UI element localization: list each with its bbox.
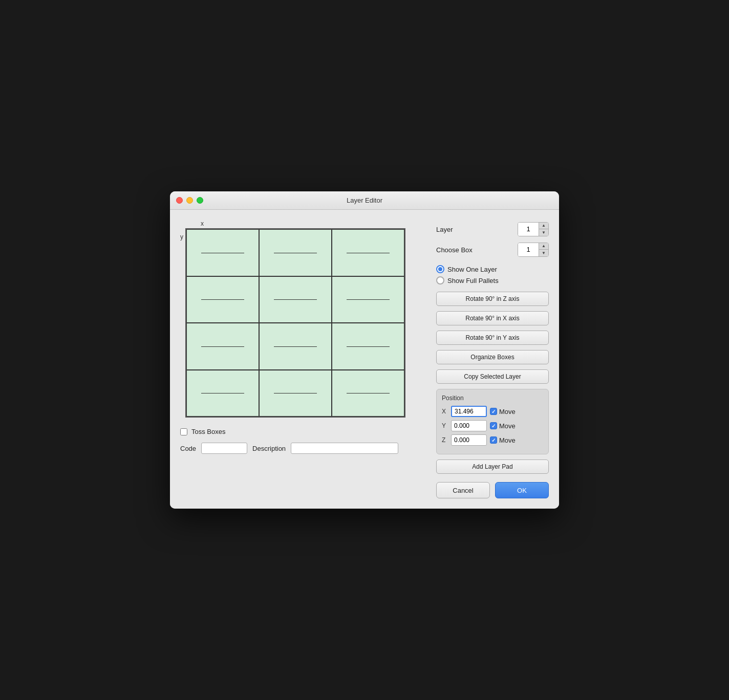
layer-label: Layer bbox=[436, 226, 453, 233]
choose-box-value: 1 bbox=[518, 243, 539, 256]
choose-box-increment[interactable]: ▲ bbox=[539, 243, 548, 250]
position-title: Position bbox=[442, 395, 543, 402]
pos-z-label: Z bbox=[442, 436, 448, 444]
grid-cell-3-0[interactable] bbox=[186, 370, 259, 417]
y-checkmark: ✓ bbox=[491, 423, 496, 429]
traffic-lights bbox=[176, 197, 203, 204]
toss-boxes-label[interactable]: Toss Boxes bbox=[191, 428, 225, 435]
show-one-layer-label[interactable]: Show One Layer bbox=[447, 266, 497, 273]
show-full-pallets-row[interactable]: Show Full Pallets bbox=[436, 276, 549, 285]
pos-x-input[interactable] bbox=[451, 406, 487, 417]
toss-boxes-row: Toss Boxes bbox=[180, 428, 426, 435]
choose-box-spinner[interactable]: 1 ▲ ▼ bbox=[518, 243, 549, 257]
right-panel: Layer 1 ▲ ▼ Choose Box 1 ▲ ▼ bbox=[436, 220, 549, 498]
choose-box-spinner-buttons: ▲ ▼ bbox=[539, 243, 548, 256]
rotate-z-button[interactable]: Rotate 90° in Z axis bbox=[436, 292, 549, 306]
z-move-label[interactable]: Move bbox=[499, 436, 516, 444]
x-axis-label: x bbox=[201, 220, 426, 227]
left-panel: x y bbox=[180, 220, 426, 498]
layer-increment[interactable]: ▲ bbox=[539, 223, 548, 229]
code-input[interactable] bbox=[201, 443, 247, 454]
grid-cell-3-2[interactable] bbox=[332, 370, 404, 417]
code-row: Code Description bbox=[180, 443, 426, 454]
window-title: Layer Editor bbox=[347, 196, 382, 204]
layer-editor-window: Layer Editor x y bbox=[170, 191, 559, 509]
main-content: x y bbox=[170, 210, 559, 509]
z-move-checkbox[interactable]: ✓ bbox=[490, 436, 497, 444]
ok-button[interactable]: OK bbox=[495, 482, 549, 498]
code-label: Code bbox=[180, 445, 196, 452]
position-x-row: X ✓ Move bbox=[442, 406, 543, 417]
choose-box-decrement[interactable]: ▼ bbox=[539, 250, 548, 256]
x-move-checkbox[interactable]: ✓ bbox=[490, 408, 497, 415]
y-move-group: ✓ Move bbox=[490, 422, 516, 430]
grid-cell-1-0[interactable] bbox=[186, 276, 259, 323]
show-one-layer-radio[interactable] bbox=[436, 265, 444, 273]
x-move-label[interactable]: Move bbox=[499, 408, 516, 415]
y-axis-label: y bbox=[180, 233, 183, 240]
choose-box-row: Choose Box 1 ▲ ▼ bbox=[436, 243, 549, 257]
z-checkmark: ✓ bbox=[491, 438, 496, 443]
grid-cell-3-1[interactable] bbox=[259, 370, 332, 417]
description-label: Description bbox=[252, 445, 286, 452]
minimize-button[interactable] bbox=[186, 197, 193, 204]
canvas-area: x y bbox=[180, 220, 426, 418]
grid-cell-2-0[interactable] bbox=[186, 323, 259, 370]
position-z-row: Z ✓ Move bbox=[442, 434, 543, 446]
radio-inner-dot bbox=[438, 267, 442, 271]
view-mode-group: Show One Layer Show Full Pallets bbox=[436, 265, 549, 285]
pos-x-label: X bbox=[442, 408, 448, 415]
layer-value: 1 bbox=[518, 223, 539, 236]
x-move-group: ✓ Move bbox=[490, 408, 516, 415]
rotate-y-button[interactable]: Rotate 90° in Y axis bbox=[436, 331, 549, 345]
show-full-pallets-label[interactable]: Show Full Pallets bbox=[447, 277, 499, 285]
pos-y-label: Y bbox=[442, 422, 448, 429]
y-move-checkbox[interactable]: ✓ bbox=[490, 422, 497, 429]
pos-y-input[interactable] bbox=[451, 420, 487, 431]
bottom-buttons: Cancel OK bbox=[436, 482, 549, 498]
cancel-button[interactable]: Cancel bbox=[436, 482, 490, 498]
layer-grid[interactable] bbox=[185, 228, 405, 418]
show-one-layer-row[interactable]: Show One Layer bbox=[436, 265, 549, 273]
show-full-pallets-radio[interactable] bbox=[436, 276, 444, 285]
layer-decrement[interactable]: ▼ bbox=[539, 229, 548, 236]
y-move-label[interactable]: Move bbox=[499, 422, 516, 430]
bottom-bar: Toss Boxes Code Description bbox=[180, 428, 426, 454]
grid-cell-1-1[interactable] bbox=[259, 276, 332, 323]
layer-spinner-buttons: ▲ ▼ bbox=[539, 223, 548, 236]
rotate-x-button[interactable]: Rotate 90° in X axis bbox=[436, 311, 549, 325]
position-section: Position X ✓ Move Y bbox=[436, 389, 549, 454]
grid-cell-0-2[interactable] bbox=[332, 229, 404, 276]
grid-cell-2-2[interactable] bbox=[332, 323, 404, 370]
layer-row: Layer 1 ▲ ▼ bbox=[436, 222, 549, 236]
add-layer-pad-button[interactable]: Add Layer Pad bbox=[436, 460, 549, 474]
canvas-wrapper: y bbox=[180, 228, 426, 418]
grid-cell-0-0[interactable] bbox=[186, 229, 259, 276]
position-y-row: Y ✓ Move bbox=[442, 420, 543, 431]
description-input[interactable] bbox=[291, 443, 398, 454]
pos-z-input[interactable] bbox=[451, 434, 487, 446]
titlebar: Layer Editor bbox=[170, 191, 559, 210]
toss-boxes-checkbox[interactable] bbox=[180, 428, 187, 435]
x-checkmark: ✓ bbox=[491, 409, 496, 414]
z-move-group: ✓ Move bbox=[490, 436, 516, 444]
maximize-button[interactable] bbox=[197, 197, 203, 204]
choose-box-label: Choose Box bbox=[436, 246, 473, 254]
grid-cell-1-2[interactable] bbox=[332, 276, 404, 323]
layer-spinner[interactable]: 1 ▲ ▼ bbox=[518, 222, 549, 236]
copy-selected-layer-button[interactable]: Copy Selected Layer bbox=[436, 369, 549, 384]
close-button[interactable] bbox=[176, 197, 183, 204]
organize-boxes-button[interactable]: Organize Boxes bbox=[436, 350, 549, 364]
grid-cell-2-1[interactable] bbox=[259, 323, 332, 370]
grid-cell-0-1[interactable] bbox=[259, 229, 332, 276]
